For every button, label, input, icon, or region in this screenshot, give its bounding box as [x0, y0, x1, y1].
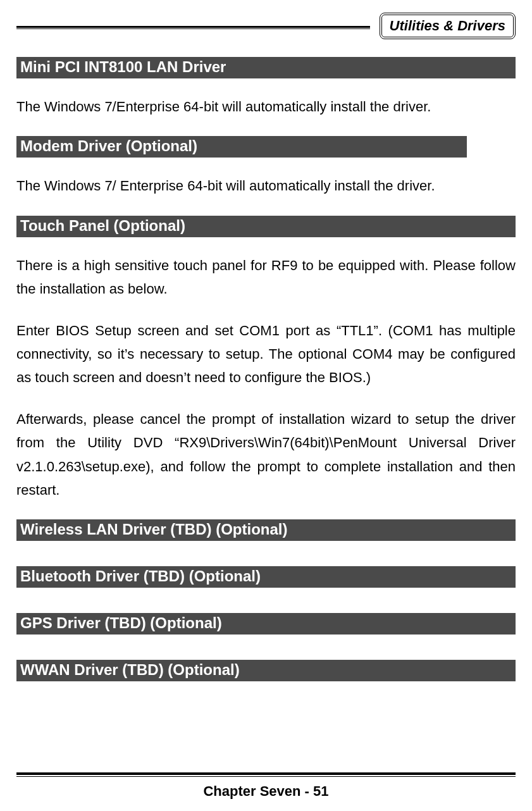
section-heading-gps: GPS Driver (TBD) (Optional)	[16, 613, 516, 635]
body-text: The Windows 7/Enterprise 64-bit will aut…	[16, 95, 516, 118]
header-tab-label: Utilities & Drivers	[380, 13, 516, 39]
body-text: Enter BIOS Setup screen and set COM1 por…	[16, 319, 516, 390]
section-heading-modem-driver: Modem Driver (Optional)	[16, 136, 467, 158]
section-heading-wireless-lan: Wireless LAN Driver (TBD) (Optional)	[16, 519, 516, 541]
footer-rule-thick	[16, 772, 516, 775]
section-heading-lan-driver: Mini PCI INT8100 LAN Driver	[16, 57, 516, 78]
header-rule	[16, 26, 370, 28]
body-text: There is a high sensitive touch panel fo…	[16, 254, 516, 301]
body-text: Afterwards, please cancel the prompt of …	[16, 407, 516, 502]
page-footer: Chapter Seven - 51	[16, 772, 516, 800]
section-heading-bluetooth: Bluetooth Driver (TBD) (Optional)	[16, 566, 516, 588]
page-container: Utilities & Drivers Mini PCI INT8100 LAN…	[0, 0, 532, 811]
section-heading-touch-panel: Touch Panel (Optional)	[16, 216, 516, 237]
section-heading-wwan: WWAN Driver (TBD) (Optional)	[16, 660, 516, 681]
footer-rule-thin	[16, 776, 516, 777]
body-text: The Windows 7/ Enterprise 64-bit will au…	[16, 174, 516, 197]
footer-page-label: Chapter Seven - 51	[16, 783, 516, 800]
page-header: Utilities & Drivers	[16, 13, 516, 39]
